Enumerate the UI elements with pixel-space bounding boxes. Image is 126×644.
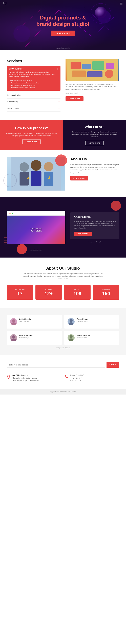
list-item: Tellus at nunc viverra adipiscing et in …	[10, 82, 55, 84]
phone-line2: + 912 252 3316	[70, 380, 84, 382]
studio-learn-more-button[interactable]: LEARN MORE	[74, 232, 92, 236]
stat-card-clients: CLIENTS 108	[64, 285, 90, 300]
team-name-2: Phoebe Nelson	[19, 334, 32, 336]
svg-point-39	[69, 338, 74, 341]
svg-rect-22	[31, 171, 42, 186]
office-line2: The Courtyard, Al Quoz 1, Colorado, USA	[12, 380, 40, 382]
svg-point-19	[20, 162, 29, 172]
team-role-0: CEO Company	[19, 321, 31, 322]
about-us-text: We're a small creative design studio bas…	[70, 163, 119, 171]
team-avatar-0	[10, 318, 17, 325]
accordion-toggle[interactable]: +	[58, 107, 60, 110]
office-line1: The Interior Design Studio Company	[12, 377, 40, 380]
process-learn-more-button[interactable]: LEARN MORE	[22, 140, 41, 144]
submit-button[interactable]: SUBMIT	[106, 362, 120, 368]
studio-deco-circle	[17, 244, 27, 254]
accordion-item-website-design[interactable]: Website Design +	[7, 105, 60, 112]
about-us-learn-more-button[interactable]: LEARN MORE	[70, 176, 88, 180]
services-right-caption: Image from Freepik	[66, 92, 119, 94]
who-learn-more-button[interactable]: LEARN MORE	[85, 141, 104, 146]
services-right-text: Nisl lacus sed viverra tellus in. Nunc a…	[66, 83, 119, 91]
stat-value-years: 12+	[37, 291, 60, 296]
accordion-open-toggle[interactable]: +	[56, 68, 58, 70]
team-card-2: Phoebe Nelson Sales Manager	[7, 331, 62, 345]
stat-label-clients: CLIENTS	[66, 288, 89, 290]
stat-value-clients: 108	[66, 291, 89, 296]
stat-value-projects: 150	[94, 291, 118, 296]
hero-learn-more-button[interactable]: LEARN MORE	[51, 30, 75, 36]
svg-text:👍: 👍	[27, 176, 30, 180]
mockup-dot-yellow	[10, 213, 12, 214]
studio-image-area: YOUR IDEA IS OUR FUTURE Image from Freep…	[7, 204, 65, 251]
mockup-header	[7, 211, 65, 216]
process-who-section: How is our process? Our process is holis…	[0, 120, 126, 150]
svg-point-36	[12, 335, 15, 338]
svg-point-40	[8, 376, 10, 377]
office-label: Our Office Location	[12, 374, 40, 376]
team-grid: Celia Almeda CEO Company Frank Kinney Fi…	[7, 315, 119, 345]
svg-point-35	[69, 322, 74, 325]
stat-card-years: OF YEARS 12+	[36, 285, 62, 300]
hero-content: Digital products & brand design studio! …	[36, 14, 90, 36]
services-right-panel: Nisl lacus sed viverra tellus in. Nunc a…	[66, 59, 119, 112]
process-column: How is our process? Our process is holis…	[0, 120, 63, 150]
studio-card-title: About Studio	[74, 216, 116, 218]
svg-point-8	[95, 7, 107, 18]
process-title: How is our process?	[15, 126, 48, 130]
list-item: Blandit turpis cursus in hac habitasse.	[10, 87, 55, 89]
hero-section: logo ☰ Digital products & brand design s…	[0, 0, 126, 50]
stats-section: About Our Studio This approach enables t…	[0, 258, 126, 308]
list-item: Purus et faucibus pulvinar elementum.	[10, 84, 55, 86]
accordion-item-brand-identity[interactable]: Brand Identity +	[7, 98, 60, 105]
accordion-open-label: UI/UX support	[9, 68, 55, 70]
stat-value-awards: 17	[8, 291, 32, 296]
stats-subtitle: This approach enables the most effective…	[21, 272, 105, 280]
studio-caption: Image from Freepik	[70, 241, 119, 243]
phone-label: Phone (Landline)	[70, 374, 84, 376]
contact-section: SUBMIT Our Office Location The Interior …	[0, 356, 126, 389]
process-text: Our process is holistic. We use strategy…	[5, 132, 58, 137]
team-info-1: Frank Kinney Financial Director	[76, 318, 88, 322]
studio-deco-circle-top	[111, 200, 121, 211]
contact-form: SUBMIT	[7, 362, 119, 368]
accordion-open-content: UI/UX support Interdum velit euismod in …	[9, 68, 55, 89]
phone-contact-col: Phone (Landline) + 912 7 867 4987 + 912 …	[65, 374, 119, 382]
about-us-image-area: 👍 👍	[7, 157, 65, 190]
phone-icon	[65, 375, 69, 379]
location-icon	[7, 375, 11, 379]
mockup-dot-green	[12, 213, 13, 214]
team-caption: Images from Freepik	[7, 347, 119, 349]
email-input[interactable]	[7, 362, 105, 368]
accordion-toggle[interactable]: +	[58, 100, 60, 103]
svg-text:👍: 👍	[48, 176, 51, 179]
team-role-2: Sales Manager	[19, 337, 32, 338]
hamburger-icon[interactable]: ☰	[120, 2, 123, 6]
services-learn-more-button[interactable]: LEARN MORE	[66, 96, 84, 101]
services-accordion: UI/UX support Interdum velit euismod in …	[7, 66, 60, 112]
accordion-item-open[interactable]: UI/UX support Interdum velit euismod in …	[7, 66, 60, 91]
about-us-caption: Image from Freepik	[70, 172, 119, 174]
footer-text: Copyright Click to select the Text Featu…	[50, 391, 76, 392]
accordion-toggle[interactable]: +	[58, 94, 60, 97]
team-card-3: Jannie Roberts Office Manager	[64, 331, 119, 345]
stat-card-awards: AWARDS WON 17	[7, 285, 33, 300]
stat-label-years: OF YEARS	[37, 288, 60, 290]
accordion-item-brand-apps[interactable]: Brand Applications +	[7, 92, 60, 98]
team-name-3: Jannie Roberts	[76, 334, 90, 336]
logo: logo	[3, 2, 7, 4]
hero-title: Digital products & brand design studio!	[36, 14, 90, 27]
team-avatar-2	[10, 334, 17, 341]
about-us-text-area: About Us We're a small creative design s…	[70, 157, 119, 180]
who-we-are-column: Who We Are Our mission is simple: use de…	[63, 120, 126, 150]
svg-point-34	[70, 319, 72, 322]
mockup-text: YOUR IDEA IS OUR FUTURE	[30, 228, 42, 232]
svg-point-23	[44, 162, 54, 172]
team-info-3: Jannie Roberts Office Manager	[76, 334, 90, 338]
svg-point-37	[11, 338, 16, 341]
team-info-2: Phoebe Nelson Sales Manager	[19, 334, 32, 338]
mockup-dot-red	[8, 213, 10, 214]
studio-mockup-caption: Image from Freepik	[7, 249, 65, 251]
svg-point-7	[14, 25, 30, 42]
accordion-open-body: Interdum velit euismod in pellentesque m…	[9, 71, 55, 78]
office-info: Our Office Location The Interior Design …	[12, 374, 40, 382]
